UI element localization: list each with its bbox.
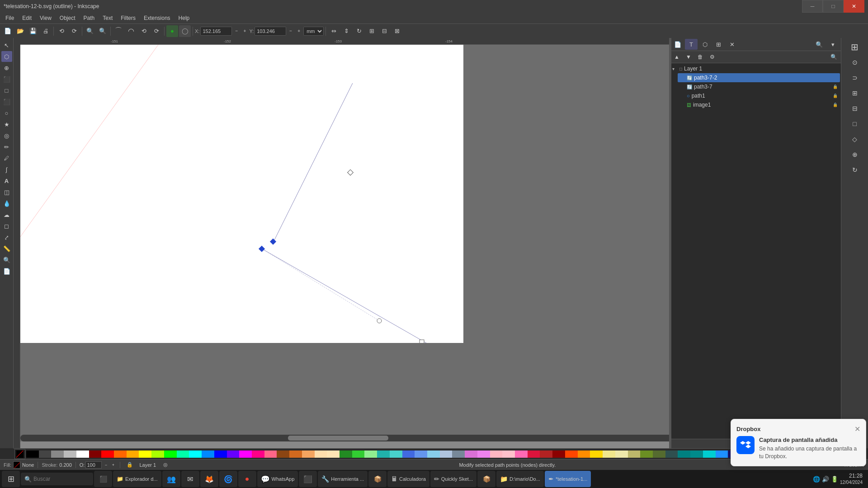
network-icon[interactable]: 🌐 — [813, 476, 820, 483]
layer-item-path1[interactable]: ○ path1 🔒 — [678, 91, 840, 100]
inkscape-button[interactable]: ✒ *telesation-1... — [545, 471, 591, 487]
color-swatch[interactable] — [364, 450, 377, 458]
task-view-button[interactable]: ⬛ — [94, 471, 112, 487]
menu-object[interactable]: Object — [56, 14, 79, 22]
layer-item-path3-7[interactable]: 🔄 path3-7 🔒 — [678, 82, 840, 91]
gradient-tool[interactable]: ◫ — [1, 187, 12, 197]
symbols-tab[interactable]: ⊞ — [712, 39, 725, 50]
battery-icon[interactable]: 🔋 — [831, 476, 838, 483]
horizontal-scrollbar[interactable] — [20, 435, 689, 441]
color-swatch[interactable] — [214, 450, 227, 458]
snap-nodes[interactable]: ⊙ — [848, 55, 862, 70]
spiral-tool[interactable]: ◎ — [1, 130, 12, 141]
color-swatch[interactable] — [227, 450, 240, 458]
close-button[interactable]: ✕ — [844, 0, 864, 13]
menu-extensions[interactable]: Extensions — [140, 14, 174, 22]
zoom-pan-tool[interactable]: 🔍 — [1, 254, 12, 265]
layers-tab[interactable]: T — [685, 39, 698, 50]
spray-tool[interactable]: ☁ — [1, 209, 12, 220]
color-swatch[interactable] — [427, 450, 440, 458]
layer-cycle[interactable]: ◎ — [160, 459, 171, 471]
new-button[interactable]: 📄 — [2, 25, 14, 37]
color-swatch[interactable] — [239, 450, 252, 458]
node-tool[interactable]: ⬡ — [1, 51, 12, 62]
teams-button[interactable]: 👥 — [162, 471, 180, 487]
layer-settings[interactable]: ⚙ — [707, 52, 717, 62]
layer-move-down[interactable]: ▼ — [683, 52, 694, 62]
color-swatch[interactable] — [678, 450, 690, 458]
xml-editor-tab[interactable]: ⬡ — [698, 39, 711, 50]
search-input[interactable] — [33, 476, 79, 482]
opacity-plus[interactable]: + — [110, 462, 116, 468]
color-swatch[interactable] — [653, 450, 665, 458]
explorer-button[interactable]: 📁 Explorador d... — [113, 471, 161, 487]
connector-tool[interactable]: ⤤ — [1, 232, 12, 243]
dropper-tool[interactable]: 💧 — [1, 198, 12, 209]
color-swatch[interactable] — [252, 450, 264, 458]
redo-button[interactable]: ⟳ — [68, 25, 80, 37]
x-input[interactable] — [200, 27, 232, 36]
snap-paths[interactable]: ⊃ — [848, 70, 862, 85]
pages-tool[interactable]: 📄 — [1, 266, 12, 277]
search-objects-tab[interactable]: 🔍 — [813, 39, 826, 50]
color-swatch[interactable] — [390, 450, 402, 458]
mail-button[interactable]: ✉ — [181, 471, 199, 487]
node-start[interactable]: ● — [166, 25, 178, 37]
start-button[interactable]: ⊞ — [2, 471, 20, 487]
speaker-icon[interactable]: 🔊 — [822, 476, 829, 483]
minimize-button[interactable]: ─ — [802, 0, 823, 13]
snap-rotation[interactable]: ↻ — [848, 163, 862, 177]
y-minus[interactable]: − — [287, 25, 294, 37]
calc-button[interactable]: 🖩 Calculadora — [387, 471, 429, 487]
color-swatch[interactable] — [665, 450, 678, 458]
whatsapp-button[interactable]: 💬 WhatsApp — [257, 471, 298, 487]
color-swatch[interactable] — [640, 450, 653, 458]
color-swatch[interactable] — [51, 450, 64, 458]
menu-text[interactable]: Text — [99, 14, 116, 22]
notif-close-button[interactable]: ✕ — [854, 425, 860, 433]
star-tool[interactable]: ★ — [1, 119, 12, 130]
snap-toggle3[interactable]: ⊠ — [391, 25, 403, 37]
color-swatch[interactable] — [127, 450, 139, 458]
color-swatch[interactable] — [415, 450, 427, 458]
rect-tool[interactable]: □ — [1, 85, 12, 96]
curve-tool3[interactable]: ⟲ — [138, 25, 150, 37]
selector-tool[interactable]: ↖ — [1, 40, 12, 51]
firefox-button[interactable]: 🦊 — [200, 471, 218, 487]
color-swatch[interactable] — [114, 450, 127, 458]
color-swatch[interactable] — [39, 450, 52, 458]
color-swatch[interactable] — [440, 450, 453, 458]
snap-midpoints[interactable]: ◇ — [848, 132, 862, 146]
color-swatch[interactable] — [690, 450, 703, 458]
save-button[interactable]: 💾 — [27, 25, 39, 37]
menu-path[interactable]: Path — [80, 14, 99, 22]
color-swatch[interactable] — [565, 450, 578, 458]
zoom-out-button[interactable]: 🔍 — [97, 25, 108, 37]
panel-menu-tab[interactable]: ▾ — [826, 39, 839, 50]
color-swatch[interactable] — [101, 450, 114, 458]
color-swatch[interactable] — [578, 450, 590, 458]
pen-tool[interactable]: 🖊 — [1, 153, 12, 164]
color-swatch[interactable] — [628, 450, 641, 458]
curve-tool1[interactable]: ⌒ — [113, 25, 124, 37]
color-swatch[interactable] — [515, 450, 528, 458]
color-swatch[interactable] — [327, 450, 340, 458]
maximize-button[interactable]: □ — [823, 0, 844, 13]
herramienta-button[interactable]: 🔧 Herramienta ... — [318, 471, 368, 487]
zoom-view-tool[interactable]: ⬛ — [1, 74, 12, 84]
zoom-in-button[interactable]: 🔍 — [84, 25, 96, 37]
layer-item-image1[interactable]: 🖼 image1 🔒 — [678, 100, 840, 109]
snap-guides[interactable]: ⊟ — [848, 101, 862, 116]
text-tool[interactable]: A — [1, 175, 12, 186]
color-swatch[interactable] — [26, 450, 39, 458]
color-swatch[interactable] — [277, 450, 289, 458]
measure-tool[interactable]: 📏 — [1, 243, 12, 254]
open-button[interactable]: 📂 — [14, 25, 26, 37]
edge-button[interactable]: 🌀 — [219, 471, 237, 487]
undo-button[interactable]: ⟲ — [56, 25, 67, 37]
color-swatch[interactable] — [716, 450, 728, 458]
color-swatch[interactable] — [402, 450, 415, 458]
snap-centers[interactable]: ⊕ — [848, 147, 862, 162]
canvas-viewport[interactable]: ⊞ — [20, 45, 696, 441]
menu-help[interactable]: Help — [175, 14, 193, 22]
